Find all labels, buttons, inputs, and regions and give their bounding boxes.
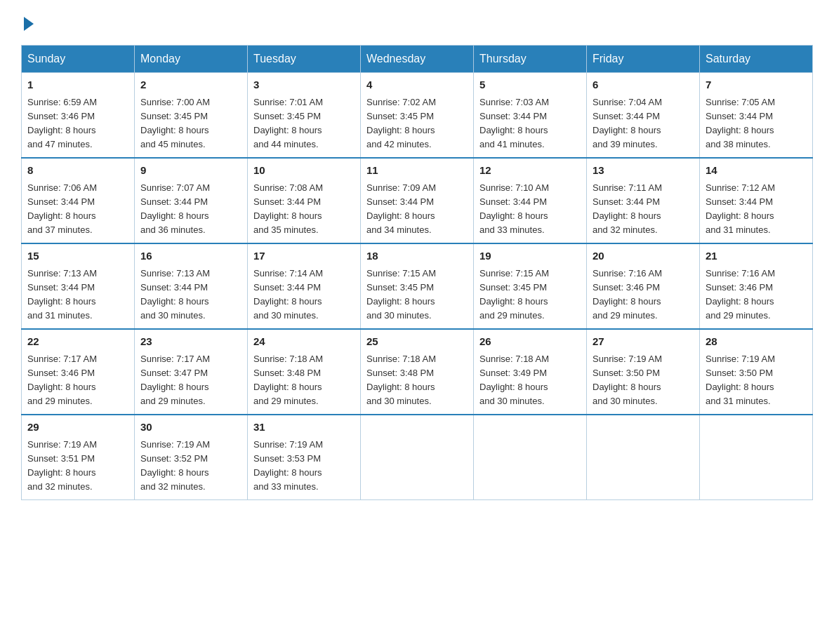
calendar-cell: 25Sunrise: 7:18 AMSunset: 3:48 PMDayligh… bbox=[361, 329, 474, 415]
day-info: Sunrise: 7:13 AMSunset: 3:44 PMDaylight:… bbox=[27, 267, 128, 323]
day-info: Sunrise: 7:14 AMSunset: 3:44 PMDaylight:… bbox=[253, 267, 355, 323]
calendar-cell: 11Sunrise: 7:09 AMSunset: 3:44 PMDayligh… bbox=[361, 158, 474, 243]
calendar-cell: 4Sunrise: 7:02 AMSunset: 3:45 PMDaylight… bbox=[361, 73, 474, 159]
day-info: Sunrise: 7:16 AMSunset: 3:46 PMDaylight:… bbox=[593, 267, 694, 323]
calendar-week-row: 22Sunrise: 7:17 AMSunset: 3:46 PMDayligh… bbox=[22, 329, 813, 415]
day-info: Sunrise: 7:18 AMSunset: 3:48 PMDaylight:… bbox=[253, 352, 355, 409]
calendar-cell: 14Sunrise: 7:12 AMSunset: 3:44 PMDayligh… bbox=[700, 158, 813, 243]
day-number: 12 bbox=[479, 163, 581, 179]
day-number: 2 bbox=[140, 77, 241, 93]
calendar-cell bbox=[361, 415, 474, 500]
weekday-header-saturday: Saturday bbox=[700, 46, 813, 73]
day-info: Sunrise: 7:19 AMSunset: 3:52 PMDaylight:… bbox=[140, 438, 241, 495]
weekday-header-monday: Monday bbox=[135, 46, 248, 73]
day-info: Sunrise: 7:03 AMSunset: 3:44 PMDaylight:… bbox=[479, 95, 581, 152]
weekday-header-row: SundayMondayTuesdayWednesdayThursdayFrid… bbox=[22, 46, 813, 73]
day-info: Sunrise: 7:17 AMSunset: 3:47 PMDaylight:… bbox=[140, 352, 241, 409]
calendar-cell: 16Sunrise: 7:13 AMSunset: 3:44 PMDayligh… bbox=[135, 243, 248, 329]
day-number: 20 bbox=[593, 248, 694, 264]
calendar-cell: 1Sunrise: 6:59 AMSunset: 3:46 PMDaylight… bbox=[22, 73, 135, 159]
calendar-cell: 7Sunrise: 7:05 AMSunset: 3:44 PMDaylight… bbox=[700, 73, 813, 159]
day-number: 28 bbox=[706, 334, 807, 350]
calendar-cell: 21Sunrise: 7:16 AMSunset: 3:46 PMDayligh… bbox=[700, 243, 813, 329]
calendar-cell: 8Sunrise: 7:06 AMSunset: 3:44 PMDaylight… bbox=[22, 158, 135, 243]
day-info: Sunrise: 7:19 AMSunset: 3:53 PMDaylight:… bbox=[253, 438, 355, 495]
calendar-week-row: 8Sunrise: 7:06 AMSunset: 3:44 PMDaylight… bbox=[22, 158, 813, 243]
day-info: Sunrise: 6:59 AMSunset: 3:46 PMDaylight:… bbox=[27, 95, 128, 152]
day-number: 4 bbox=[366, 77, 468, 93]
day-info: Sunrise: 7:02 AMSunset: 3:45 PMDaylight:… bbox=[366, 95, 468, 152]
day-info: Sunrise: 7:05 AMSunset: 3:44 PMDaylight:… bbox=[706, 95, 807, 152]
day-info: Sunrise: 7:00 AMSunset: 3:45 PMDaylight:… bbox=[140, 95, 241, 152]
day-number: 30 bbox=[140, 420, 241, 436]
day-number: 3 bbox=[253, 77, 355, 93]
calendar-cell: 18Sunrise: 7:15 AMSunset: 3:45 PMDayligh… bbox=[361, 243, 474, 329]
calendar-cell: 20Sunrise: 7:16 AMSunset: 3:46 PMDayligh… bbox=[587, 243, 700, 329]
calendar-cell bbox=[474, 415, 587, 500]
day-info: Sunrise: 7:19 AMSunset: 3:50 PMDaylight:… bbox=[593, 352, 694, 409]
calendar-cell bbox=[700, 415, 813, 500]
calendar-cell: 22Sunrise: 7:17 AMSunset: 3:46 PMDayligh… bbox=[22, 329, 135, 415]
calendar-cell: 24Sunrise: 7:18 AMSunset: 3:48 PMDayligh… bbox=[248, 329, 361, 415]
page-header bbox=[21, 14, 813, 31]
day-info: Sunrise: 7:16 AMSunset: 3:46 PMDaylight:… bbox=[706, 267, 807, 323]
calendar-cell: 9Sunrise: 7:07 AMSunset: 3:44 PMDaylight… bbox=[135, 158, 248, 243]
day-info: Sunrise: 7:13 AMSunset: 3:44 PMDaylight:… bbox=[140, 267, 241, 323]
day-info: Sunrise: 7:12 AMSunset: 3:44 PMDaylight:… bbox=[706, 181, 807, 238]
day-number: 6 bbox=[593, 77, 694, 93]
day-info: Sunrise: 7:10 AMSunset: 3:44 PMDaylight:… bbox=[479, 181, 581, 238]
calendar-cell: 13Sunrise: 7:11 AMSunset: 3:44 PMDayligh… bbox=[587, 158, 700, 243]
calendar-cell bbox=[587, 415, 700, 500]
calendar-cell: 17Sunrise: 7:14 AMSunset: 3:44 PMDayligh… bbox=[248, 243, 361, 329]
calendar-cell: 27Sunrise: 7:19 AMSunset: 3:50 PMDayligh… bbox=[587, 329, 700, 415]
day-info: Sunrise: 7:15 AMSunset: 3:45 PMDaylight:… bbox=[366, 267, 468, 323]
weekday-header-thursday: Thursday bbox=[474, 46, 587, 73]
calendar-cell: 29Sunrise: 7:19 AMSunset: 3:51 PMDayligh… bbox=[22, 415, 135, 500]
day-number: 1 bbox=[27, 77, 128, 93]
calendar-cell: 31Sunrise: 7:19 AMSunset: 3:53 PMDayligh… bbox=[248, 415, 361, 500]
day-info: Sunrise: 7:11 AMSunset: 3:44 PMDaylight:… bbox=[593, 181, 694, 238]
day-number: 31 bbox=[253, 420, 355, 436]
day-info: Sunrise: 7:19 AMSunset: 3:51 PMDaylight:… bbox=[27, 438, 128, 495]
calendar-cell: 12Sunrise: 7:10 AMSunset: 3:44 PMDayligh… bbox=[474, 158, 587, 243]
logo bbox=[21, 14, 34, 31]
calendar-week-row: 15Sunrise: 7:13 AMSunset: 3:44 PMDayligh… bbox=[22, 243, 813, 329]
weekday-header-sunday: Sunday bbox=[22, 46, 135, 73]
weekday-header-friday: Friday bbox=[587, 46, 700, 73]
calendar-cell: 5Sunrise: 7:03 AMSunset: 3:44 PMDaylight… bbox=[474, 73, 587, 159]
day-number: 9 bbox=[140, 163, 241, 179]
weekday-header-wednesday: Wednesday bbox=[361, 46, 474, 73]
day-number: 10 bbox=[253, 163, 355, 179]
day-info: Sunrise: 7:04 AMSunset: 3:44 PMDaylight:… bbox=[593, 95, 694, 152]
calendar-cell: 19Sunrise: 7:15 AMSunset: 3:45 PMDayligh… bbox=[474, 243, 587, 329]
day-info: Sunrise: 7:18 AMSunset: 3:48 PMDaylight:… bbox=[366, 352, 468, 409]
day-number: 26 bbox=[479, 334, 581, 350]
day-number: 16 bbox=[140, 248, 241, 264]
day-number: 13 bbox=[593, 163, 694, 179]
day-info: Sunrise: 7:08 AMSunset: 3:44 PMDaylight:… bbox=[253, 181, 355, 238]
day-info: Sunrise: 7:18 AMSunset: 3:49 PMDaylight:… bbox=[479, 352, 581, 409]
day-number: 7 bbox=[706, 77, 807, 93]
calendar-cell: 10Sunrise: 7:08 AMSunset: 3:44 PMDayligh… bbox=[248, 158, 361, 243]
day-number: 18 bbox=[366, 248, 468, 264]
day-number: 15 bbox=[27, 248, 128, 264]
day-number: 23 bbox=[140, 334, 241, 350]
day-number: 21 bbox=[706, 248, 807, 264]
weekday-header-tuesday: Tuesday bbox=[248, 46, 361, 73]
calendar-cell: 23Sunrise: 7:17 AMSunset: 3:47 PMDayligh… bbox=[135, 329, 248, 415]
day-number: 5 bbox=[479, 77, 581, 93]
day-number: 24 bbox=[253, 334, 355, 350]
day-info: Sunrise: 7:07 AMSunset: 3:44 PMDaylight:… bbox=[140, 181, 241, 238]
day-number: 11 bbox=[366, 163, 468, 179]
calendar-cell: 6Sunrise: 7:04 AMSunset: 3:44 PMDaylight… bbox=[587, 73, 700, 159]
day-info: Sunrise: 7:01 AMSunset: 3:45 PMDaylight:… bbox=[253, 95, 355, 152]
day-info: Sunrise: 7:06 AMSunset: 3:44 PMDaylight:… bbox=[27, 181, 128, 238]
calendar-table: SundayMondayTuesdayWednesdayThursdayFrid… bbox=[21, 45, 813, 500]
day-info: Sunrise: 7:19 AMSunset: 3:50 PMDaylight:… bbox=[706, 352, 807, 409]
day-number: 19 bbox=[479, 248, 581, 264]
day-number: 8 bbox=[27, 163, 128, 179]
day-number: 22 bbox=[27, 334, 128, 350]
calendar-week-row: 29Sunrise: 7:19 AMSunset: 3:51 PMDayligh… bbox=[22, 415, 813, 500]
calendar-cell: 3Sunrise: 7:01 AMSunset: 3:45 PMDaylight… bbox=[248, 73, 361, 159]
day-info: Sunrise: 7:15 AMSunset: 3:45 PMDaylight:… bbox=[479, 267, 581, 323]
